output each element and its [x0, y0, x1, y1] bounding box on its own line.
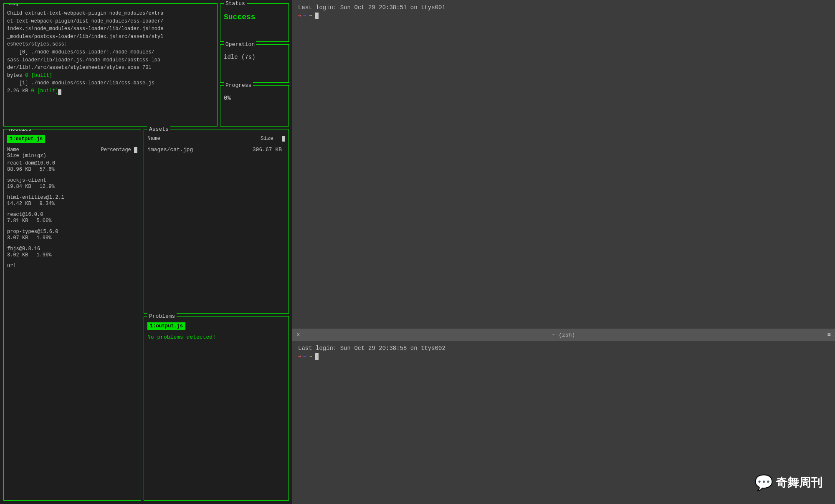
right-side: Last login: Sun Oct 29 20:38:51 on ttys0…	[292, 0, 835, 504]
modules-name-header: Name Size (min+gz)	[7, 147, 101, 159]
module-row: sockjs-client 19.84 KB12.9%	[7, 177, 137, 190]
assets-list: images/cat.jpg 306.67 KB	[147, 147, 285, 153]
terminal-bottom-login: Last login: Sun Oct 29 20:38:58 on ttys0…	[298, 345, 829, 352]
module-row: fbjs@0.8.16 3.02 KB1.96%	[7, 246, 137, 258]
assets-name-header: Name	[147, 135, 261, 142]
modules-header: Name Size (min+gz) Percentage	[7, 147, 137, 159]
operation-panel: Operation idle (7s)	[220, 44, 289, 83]
terminal-top: Last login: Sun Oct 29 20:38:51 on ttys0…	[292, 0, 835, 329]
asset-name: images/cat.jpg	[147, 147, 253, 153]
log-label: Log	[7, 3, 20, 7]
terminal-bottom-prompt: ➜ ➜ ~	[298, 353, 829, 360]
modules-pct-header: Percentage	[101, 147, 137, 153]
terminal-bottom: × ~ (zsh) ≡ Last login: Sun Oct 29 20:38…	[292, 329, 835, 504]
modules-list: react-dom@16.0.0 88.96 KB57.6% sockjs-cl…	[7, 160, 137, 269]
module-row: url	[7, 263, 137, 269]
modules-label: Modules	[7, 129, 33, 132]
wechat-icon: 💬	[754, 474, 773, 491]
assets-size-header: Size	[261, 135, 273, 142]
assets-panel: Assets Name Size images/cat.jpg 306.67 K…	[144, 129, 289, 314]
webpack-dashboard: Log Child extract-text-webpack-plugin no…	[0, 0, 292, 504]
terminal-menu-btn[interactable]: ≡	[827, 332, 831, 338]
assets-problems-column: Assets Name Size images/cat.jpg 306.67 K…	[144, 129, 289, 501]
status-label: Status	[224, 0, 247, 7]
prompt-arrow2: ➜	[303, 13, 306, 19]
progress-panel: Progress 0%	[220, 85, 289, 127]
bottom-row: Modules 1:output.js Name Size (min+gz) P…	[3, 129, 289, 501]
prompt-tilde-2: ~	[309, 353, 312, 360]
terminal-titlebar: × ~ (zsh) ≡	[292, 329, 835, 341]
status-value: Success	[224, 13, 285, 21]
progress-label: Progress	[224, 82, 253, 89]
status-panel: Status Success	[220, 3, 289, 42]
prompt-cursor-2	[315, 353, 319, 360]
progress-value: 0%	[224, 95, 285, 101]
module-row: prop-types@15.6.0 3.07 KB1.99%	[7, 229, 137, 241]
problems-label: Problems	[147, 313, 177, 319]
prompt-cursor	[315, 13, 319, 19]
prompt-tilde: ~	[309, 13, 312, 19]
top-row: Log Child extract-text-webpack-plugin no…	[3, 3, 289, 127]
assets-header: Name Size	[147, 135, 285, 142]
watermark: 💬 奇舞周刊	[754, 474, 822, 491]
prompt-arrow2-2: ➜	[303, 353, 306, 360]
operation-value: idle (7s)	[224, 54, 285, 61]
asset-row: images/cat.jpg 306.67 KB	[147, 147, 285, 153]
problems-badge: 1:output.js	[147, 322, 185, 330]
module-row: react@16.0.0 7.81 KB5.06%	[7, 212, 137, 224]
modules-badge: 1:output.js	[7, 135, 45, 143]
terminal-title: ~ (zsh)	[552, 332, 575, 338]
log-panel: Log Child extract-text-webpack-plugin no…	[3, 3, 218, 127]
right-panels: Status Success Operation idle (7s) Progr…	[220, 3, 289, 127]
terminal-top-prompt: ➜ ➜ ~	[298, 13, 829, 19]
operation-label: Operation	[224, 41, 256, 48]
assets-label: Assets	[147, 126, 170, 132]
module-row: html-entities@1.2.1 14.42 KB9.34%	[7, 195, 137, 207]
terminal-bottom-content: Last login: Sun Oct 29 20:38:58 on ttys0…	[292, 341, 835, 504]
problems-message: No problems detected!	[147, 334, 285, 340]
prompt-arrow: ➜	[298, 13, 301, 19]
log-content: Child extract-text-webpack-plugin node_m…	[7, 10, 214, 95]
terminal-close-btn[interactable]: ×	[296, 332, 300, 338]
modules-panel: Modules 1:output.js Name Size (min+gz) P…	[3, 129, 141, 501]
asset-size: 306.67 KB	[253, 147, 282, 153]
module-row: react-dom@16.0.0 88.96 KB57.6%	[7, 160, 137, 172]
terminal-top-login: Last login: Sun Oct 29 20:38:51 on ttys0…	[298, 4, 829, 11]
assets-cursor	[282, 136, 285, 142]
watermark-text: 奇舞周刊	[776, 475, 822, 491]
problems-panel: Problems 1:output.js No problems detecte…	[144, 316, 289, 501]
prompt-arrow-2: ➜	[298, 353, 301, 360]
